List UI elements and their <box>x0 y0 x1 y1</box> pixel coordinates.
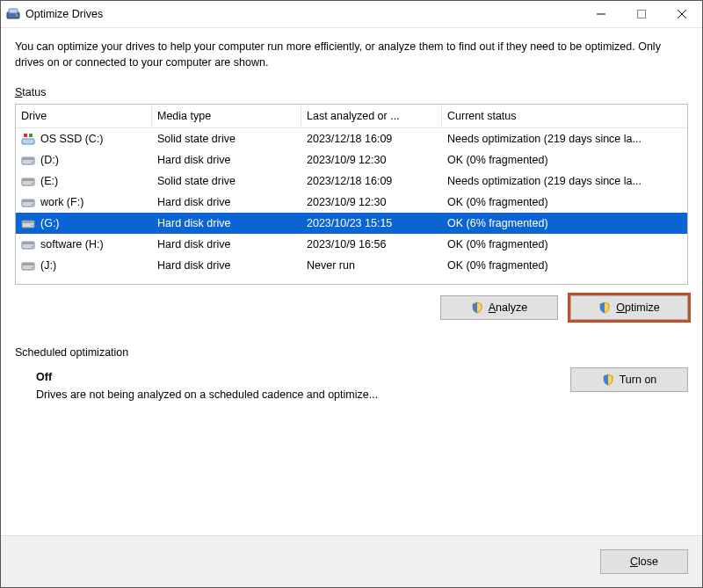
drive-last: 2023/12/18 16:09 <box>301 175 442 187</box>
drive-last: 2023/10/9 16:56 <box>301 238 442 250</box>
drive-row[interactable]: (E:)Solid state drive2023/12/18 16:09Nee… <box>16 171 687 192</box>
intro-text: You can optimize your drives to help you… <box>15 39 688 70</box>
drive-last: Never run <box>301 259 442 272</box>
svg-rect-15 <box>22 178 34 181</box>
drive-row[interactable]: work (F:)Hard disk drive2023/10/9 12:30O… <box>16 192 687 213</box>
app-icon <box>6 7 20 21</box>
drive-row[interactable]: (D:)Hard disk drive2023/10/9 12:30OK (0%… <box>16 149 687 171</box>
drive-media: Solid state drive <box>152 133 301 145</box>
svg-rect-9 <box>29 134 33 137</box>
drive-name: (E:) <box>40 175 58 187</box>
svg-point-13 <box>32 162 33 163</box>
drive-media: Hard disk drive <box>152 154 301 166</box>
svg-point-28 <box>32 267 33 269</box>
svg-point-2 <box>16 15 18 17</box>
svg-rect-27 <box>22 263 34 265</box>
column-header-status[interactable]: Current status <box>442 105 687 127</box>
drive-name: software (H:) <box>40 238 104 250</box>
svg-rect-21 <box>22 221 34 223</box>
drive-status: Needs optimization (219 days since la... <box>442 133 687 145</box>
turn-on-button[interactable]: Turn on <box>570 367 688 392</box>
minimize-button[interactable] <box>581 1 621 27</box>
drives-list[interactable]: Drive Media type Last analyzed or ... Cu… <box>15 104 688 285</box>
svg-rect-24 <box>22 242 34 244</box>
drive-icon <box>21 153 35 167</box>
column-header-media[interactable]: Media type <box>152 105 301 127</box>
drive-media: Hard disk drive <box>152 196 301 208</box>
drive-last: 2023/12/18 16:09 <box>301 133 442 145</box>
drive-name: work (F:) <box>40 196 83 208</box>
drive-status: OK (0% fragmented) <box>442 154 687 166</box>
drive-media: Hard disk drive <box>152 217 301 229</box>
drive-media: Hard disk drive <box>152 238 301 250</box>
drive-status: OK (0% fragmented) <box>442 238 687 250</box>
svg-rect-12 <box>22 157 34 160</box>
svg-rect-7 <box>22 139 34 144</box>
svg-rect-4 <box>638 11 646 18</box>
scheduled-optimization-section: Scheduled optimization Off Drives are no… <box>15 346 688 406</box>
optimize-button[interactable]: Optimize <box>570 295 688 320</box>
drive-status: OK (0% fragmented) <box>442 196 687 208</box>
drive-icon <box>21 132 35 146</box>
status-label: Status <box>15 86 688 98</box>
drive-media: Solid state drive <box>152 175 301 187</box>
drive-icon <box>21 237 35 251</box>
drive-icon <box>21 195 35 209</box>
svg-point-22 <box>32 225 33 227</box>
svg-point-19 <box>32 204 33 206</box>
svg-rect-8 <box>24 134 27 137</box>
drive-name: (D:) <box>40 154 59 166</box>
close-button[interactable]: Close <box>600 549 688 574</box>
shield-icon <box>602 374 614 386</box>
drive-row[interactable]: software (H:)Hard disk drive2023/10/9 16… <box>16 234 687 255</box>
drive-status: OK (0% fragmented) <box>442 259 687 272</box>
title-bar: Optimize Drives <box>1 1 702 28</box>
svg-rect-18 <box>22 200 34 202</box>
drive-last: 2023/10/23 15:15 <box>301 217 442 229</box>
drive-name: (G:) <box>40 217 60 229</box>
analyze-button[interactable]: Analyze <box>440 295 558 320</box>
maximize-button[interactable] <box>621 1 662 27</box>
drive-row[interactable]: (G:)Hard disk drive2023/10/23 15:15OK (6… <box>16 213 687 234</box>
drive-icon <box>21 174 35 188</box>
column-header-drive[interactable]: Drive <box>16 105 152 127</box>
close-window-button[interactable] <box>662 1 702 27</box>
drive-media: Hard disk drive <box>152 259 301 272</box>
optimize-drives-window: Optimize Drives You can optimize your dr… <box>0 0 703 588</box>
shield-icon <box>471 301 483 314</box>
drive-status: Needs optimization (219 days since la... <box>442 175 687 187</box>
svg-point-16 <box>32 183 33 185</box>
drive-last: 2023/10/9 12:30 <box>301 154 442 166</box>
drive-last: 2023/10/9 12:30 <box>301 196 442 208</box>
column-header-last[interactable]: Last analyzed or ... <box>301 105 442 127</box>
shield-icon <box>598 301 611 314</box>
drive-row[interactable]: OS SSD (C:)Solid state drive2023/12/18 1… <box>16 128 687 149</box>
svg-point-25 <box>32 246 33 248</box>
column-headers: Drive Media type Last analyzed or ... Cu… <box>16 105 687 128</box>
drive-status: OK (6% fragmented) <box>442 217 687 229</box>
svg-rect-1 <box>9 9 18 13</box>
scheduled-label: Scheduled optimization <box>15 346 128 359</box>
window-title: Optimize Drives <box>25 8 103 20</box>
drive-icon <box>21 258 35 272</box>
drive-name: OS SSD (C:) <box>40 133 104 145</box>
drive-row[interactable]: (J:)Hard disk driveNever runOK (0% fragm… <box>16 255 687 276</box>
drive-name: (J:) <box>40 259 56 272</box>
drive-icon <box>21 216 35 230</box>
footer: Close <box>1 535 702 587</box>
